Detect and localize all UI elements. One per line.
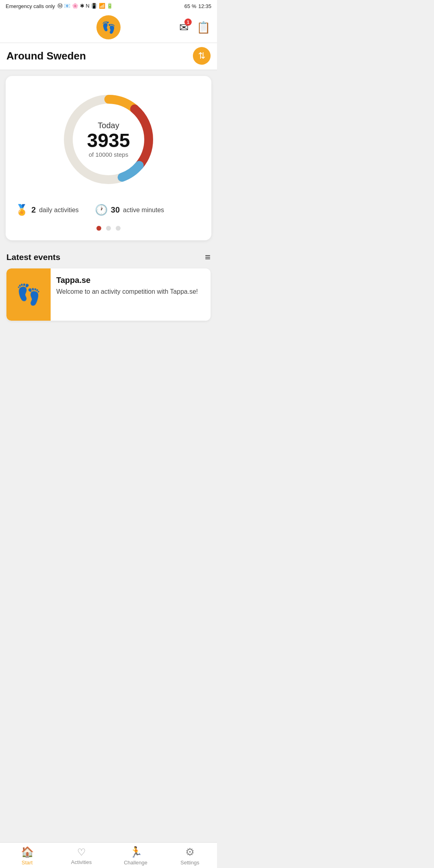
clipboard-icon: 📋	[197, 21, 211, 34]
status-left: Emergency calls only Ⓜ 📧 🌸 ✱ N 📳 📶 🔋	[6, 2, 113, 10]
activities-number: 2	[31, 205, 36, 215]
event-logo-icon: 👣	[16, 283, 41, 306]
dot-1[interactable]	[96, 226, 101, 231]
page-title: Around Sweden	[6, 50, 86, 62]
stat-minutes: 🕐 30 active minutes	[95, 204, 164, 216]
event-content: Tappa.se Welcome to an activity competit…	[51, 268, 203, 303]
stat-activities: 🏅 2 daily activities	[15, 204, 79, 216]
mail-button[interactable]: ✉ 1	[179, 21, 188, 34]
time: 12:35	[198, 3, 211, 9]
minutes-label: active minutes	[123, 207, 164, 214]
battery-level: 65 %	[184, 3, 197, 9]
stats-row: 🏅 2 daily activities 🕐 30 active minutes	[12, 200, 205, 219]
event-logo: 👣	[6, 268, 51, 321]
mail-badge: 1	[184, 18, 192, 26]
minutes-icon: 🕐	[95, 204, 108, 216]
latest-section: Latest events ≡ 👣 Tappa.se Welcome to an…	[0, 246, 217, 321]
activities-label: daily activities	[39, 207, 79, 214]
donut-chart-wrap: Today 3935 of 10000 steps	[12, 87, 205, 192]
dot-2[interactable]	[106, 226, 111, 231]
minutes-number: 30	[111, 205, 120, 215]
status-bar: Emergency calls only Ⓜ 📧 🌸 ✱ N 📳 📶 🔋 65 …	[0, 0, 217, 12]
app-logo[interactable]: 👣	[96, 15, 121, 39]
clipboard-button[interactable]: 📋	[197, 21, 211, 34]
filter-icon[interactable]: ≡	[205, 252, 211, 263]
event-description: Welcome to an activity competition with …	[56, 288, 198, 295]
activities-icon: 🏅	[15, 204, 28, 216]
status-icons: Ⓜ 📧 🌸 ✱ N 📳 📶 🔋	[57, 2, 113, 10]
donut-container: Today 3935 of 10000 steps	[56, 87, 161, 192]
title-bar: Around Sweden ⇅	[0, 43, 217, 70]
dot-3[interactable]	[116, 226, 121, 231]
logo-icon: 👣	[102, 21, 116, 34]
swap-icon: ⇅	[198, 51, 205, 61]
latest-header: Latest events ≡	[6, 252, 211, 263]
status-right: 65 % 12:35	[184, 3, 211, 9]
status-emergency: Emergency calls only	[6, 3, 55, 9]
header: 👣 ✉ 1 📋	[0, 12, 217, 43]
event-card[interactable]: 👣 Tappa.se Welcome to an activity compet…	[6, 268, 211, 321]
swap-button[interactable]: ⇅	[193, 47, 211, 65]
latest-title: Latest events	[6, 252, 60, 262]
main-card: Today 3935 of 10000 steps 🏅 2 daily acti…	[6, 76, 211, 240]
carousel-dots	[12, 226, 205, 231]
event-title: Tappa.se	[56, 276, 198, 285]
donut-svg	[56, 87, 161, 192]
